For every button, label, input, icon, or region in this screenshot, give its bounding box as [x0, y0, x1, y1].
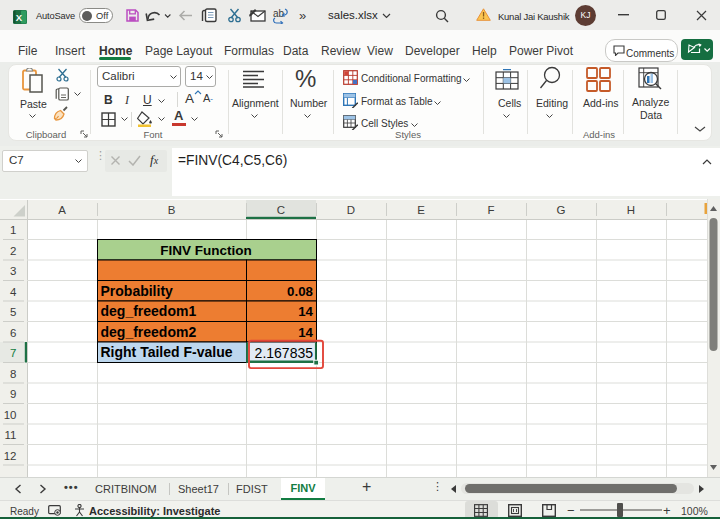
- svg-text:E: E: [417, 204, 425, 216]
- svg-text:0.08: 0.08: [287, 284, 313, 299]
- svg-text:2: 2: [10, 245, 16, 257]
- svg-text:B: B: [168, 204, 176, 216]
- svg-text:9: 9: [10, 388, 16, 400]
- svg-text:2.167835: 2.167835: [255, 345, 314, 361]
- svg-text:X: X: [16, 12, 23, 23]
- svg-text:G: G: [557, 204, 566, 216]
- svg-text:7: 7: [10, 347, 16, 359]
- svg-text:D: D: [347, 204, 355, 216]
- svg-text:14: 14: [298, 304, 313, 319]
- svg-text:3: 3: [10, 265, 16, 277]
- svg-text:F: F: [487, 204, 494, 216]
- svg-text:4: 4: [10, 286, 17, 298]
- svg-text:H: H: [627, 204, 635, 216]
- svg-text:deg_freedom2: deg_freedom2: [101, 324, 197, 340]
- svg-text:5: 5: [10, 306, 16, 318]
- svg-text:10: 10: [4, 409, 17, 421]
- svg-text:FINV Function: FINV Function: [160, 243, 252, 258]
- svg-text:C: C: [277, 204, 285, 216]
- svg-text:8: 8: [10, 368, 16, 380]
- svg-text:ab: ab: [273, 8, 285, 19]
- svg-text:deg_freedom1: deg_freedom1: [101, 303, 197, 319]
- svg-text:Right Tailed F-value: Right Tailed F-value: [101, 344, 233, 360]
- svg-text:11: 11: [5, 429, 17, 441]
- svg-text:Probability: Probability: [101, 283, 174, 299]
- svg-text:1: 1: [10, 224, 16, 236]
- svg-text:A: A: [58, 204, 66, 216]
- svg-text:14: 14: [298, 325, 313, 340]
- svg-text:6: 6: [10, 327, 16, 339]
- svg-text:12: 12: [4, 450, 17, 462]
